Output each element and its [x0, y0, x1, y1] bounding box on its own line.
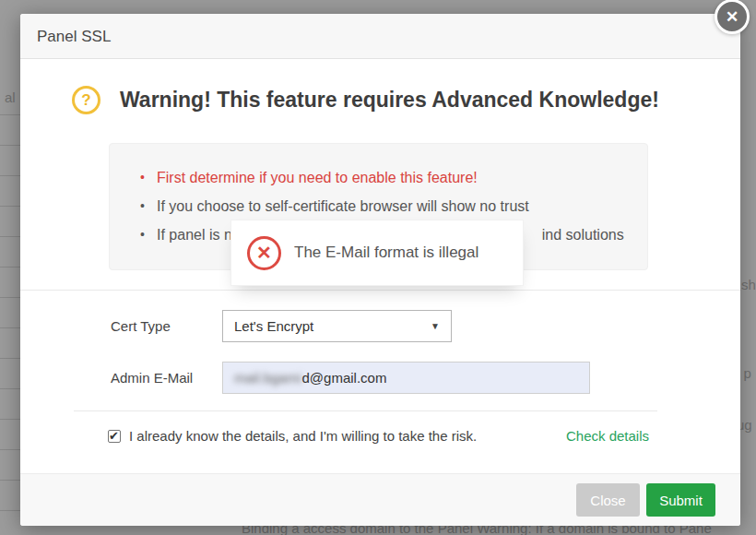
risk-checkbox[interactable]: ✔: [108, 430, 121, 443]
panel-ssl-dialog: Panel SSL ✕ ? Warning! This feature requ…: [20, 14, 740, 526]
backdrop-text-fragment: sh: [741, 277, 756, 292]
admin-email-visible-part: d@gmail.com: [302, 370, 387, 386]
close-button[interactable]: Close: [576, 483, 640, 517]
close-dialog-button[interactable]: ✕: [715, 0, 750, 34]
cert-type-selected-value: Let's Encrypt: [234, 318, 313, 334]
bullet-icon: •: [140, 163, 145, 192]
warning-heading: ? Warning! This feature requires Advance…: [72, 86, 659, 114]
section-divider: [20, 290, 740, 291]
bullet-icon: •: [140, 220, 145, 249]
warning-heading-text: Warning! This feature requires Advanced …: [120, 88, 659, 113]
screen: al sh e p ug Binding a access domain to …: [0, 0, 756, 535]
question-icon: ?: [72, 86, 100, 114]
dialog-footer: Close Submit: [20, 473, 740, 526]
error-icon: ✕: [247, 236, 281, 270]
backdrop-left-menu: [0, 0, 20, 535]
risk-checkbox-label: I already know the details, and I'm will…: [129, 428, 477, 444]
admin-email-redacted-part: mail.bgami: [234, 370, 301, 386]
section-divider: [74, 410, 657, 411]
chevron-down-icon: ▼: [431, 321, 440, 331]
check-details-link[interactable]: Check details: [566, 428, 649, 444]
risk-acknowledgement-row: ✔ I already know the details, and I'm wi…: [108, 428, 649, 444]
dialog-title: Panel SSL: [20, 14, 740, 59]
bullet-icon: •: [140, 192, 145, 220]
backdrop-text-fragment: al: [5, 89, 16, 105]
error-toast: ✕ The E-Mail format is illegal: [230, 220, 524, 286]
cert-type-select[interactable]: Let's Encrypt ▼: [222, 310, 452, 342]
notice-item: • If you choose to self-certificate brow…: [136, 192, 638, 220]
check-icon: ✔: [109, 429, 119, 443]
admin-email-input[interactable]: mail.bgami d@gmail.com: [222, 362, 590, 394]
backdrop-left-menu-rows: [0, 85, 20, 535]
error-toast-message: The E-Mail format is illegal: [294, 244, 478, 262]
notice-item: • First determine if you need to enable …: [136, 163, 638, 192]
submit-button[interactable]: Submit: [646, 483, 715, 517]
admin-email-label: Admin E-Mail: [111, 370, 193, 386]
close-icon: ✕: [726, 7, 738, 27]
cert-type-label: Cert Type: [111, 318, 171, 334]
